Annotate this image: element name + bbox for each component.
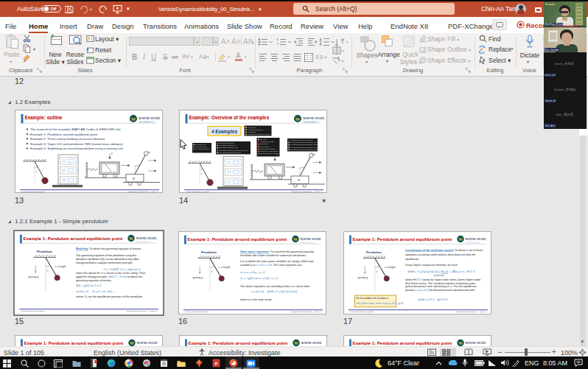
svg-text:ThreeStoreyBuilding: ThreeStoreyBuilding <box>219 142 235 144</box>
svg-text:UNIVERSITY: UNIVERSITY <box>301 242 316 244</box>
svg-text:than linear terms). The Jacob: than linear terms). The Jacobian require… <box>405 282 475 285</box>
svg-text:ℓ = length: ℓ = length <box>55 265 66 268</box>
svg-text:taifL.mat: taifL.mat <box>260 138 267 140</box>
svg-text:Example 1: Pendulum around equ: Example 1: Pendulum around equilibrium p… <box>189 341 288 345</box>
svg-text:W: W <box>129 236 133 241</box>
svg-text:by definition: by definition <box>434 274 444 277</box>
svg-text:Pendulum: Pendulum <box>201 250 217 254</box>
svg-text:ThreeStoreyBuilding: ThreeStoreyBuilding <box>248 129 264 130</box>
svg-text:Vehicle Dynamics for Mobility: Vehicle Dynamics for Mobility <box>350 311 374 313</box>
svg-text:ℓ = length: ℓ = length <box>384 266 396 269</box>
svg-text:Pendulum: Pendulum <box>248 127 255 128</box>
svg-text:gravity g: gravity g <box>192 276 203 279</box>
svg-text:θ: θ <box>201 172 203 175</box>
svg-text:Linearization of the nonlinear: Linearization of the nonlinear system: T… <box>405 249 483 252</box>
svg-text:Vehicle Dynamics for Mobility: Vehicle Dynamics for Mobility <box>21 310 45 312</box>
svg-text:equations assuming small motio: equations assuming small motions (distur… <box>405 253 475 256</box>
svg-text:where, θₒ are the equilibrium: where, θₒ are the equilibrium positions … <box>76 295 143 298</box>
svg-text:Example 1: Pendulum around equ: Example 1: Pendulum around equilibrium p… <box>188 237 287 242</box>
svg-text:P: P <box>214 362 217 366</box>
svg-text:WAYNE STATE: WAYNE STATE <box>301 237 321 241</box>
svg-text:Vehicle Dynamics for Mobility: Vehicle Dynamics for Mobility <box>185 311 209 313</box>
svg-text:absolute coordinate θ(t) can b: absolute coordinate θ(t) can be obtained… <box>76 258 140 261</box>
svg-text:where x is the state vector.: where x is the state vector. <box>240 298 273 301</box>
svg-text:W: W <box>294 341 298 345</box>
svg-text:𝓑f = [∂f₁/∂x₁ ∂f₁/∂x₂; ∂f₂/∂x: 𝓑f = [∂f₁/∂x₁ ∂f₁/∂x₂; ∂f₂/∂x₁ ∂f₂/∂x₂] … <box>357 302 404 305</box>
svg-text:T = ½m(ℓθ̇)², V = −mgℓ cos θ: T = ½m(ℓθ̇)², V = −mgℓ cos θ <box>103 267 141 271</box>
svg-text:The above equations are normal: The above equations are normally written… <box>240 285 310 288</box>
svg-text:WAYNE STATE: WAYNE STATE <box>137 341 158 345</box>
svg-text:Example: Overview of the examp: Example: Overview of the examples <box>189 115 270 121</box>
svg-text:Introduction to SIMULINK — P: Introduction to SIMULINK — Page 13 <box>127 191 158 193</box>
svg-text:WAYNE STATE: WAYNE STATE <box>303 116 325 120</box>
svg-text:WAYNE STATE: WAYNE STATE <box>301 341 322 345</box>
svg-text:State-space equations: To tra: State-space equations: To transform the … <box>240 250 314 253</box>
svg-text:apply the energy principle, d/: apply the energy principle, d/dt (T + V)… <box>76 275 142 278</box>
svg-text:Vehicle Dynamics for Mobility: Vehicle Dynamics for Mobility <box>21 191 46 193</box>
svg-text:sin θₒ = 0, θₒ = 0, ±π, ±2π: sin θₒ = 0, θₒ = 0, ±π, ±2π, ... <box>76 289 116 293</box>
svg-text:WAYNE STATE: WAYNE STATE <box>136 236 157 240</box>
svg-text:gravity g: gravity g <box>357 276 368 279</box>
svg-text:Pendulum: Pendulum <box>366 250 382 254</box>
svg-text:Introduction to SIMULINK — P: Introduction to SIMULINK — Page 17 <box>455 311 486 313</box>
svg-text:W: W <box>131 116 136 122</box>
svg-text:Example 1: Pendulum around equ: Example 1: Pendulum around equilibrium p… <box>353 341 452 345</box>
svg-text:UNIVERSITY: UNIVERSITY <box>466 242 481 244</box>
svg-text:equilibrium.: equilibrium. <box>405 258 419 261</box>
svg-text:W: W <box>293 237 298 242</box>
svg-text:Example 2: Three-storey buildi: Example 2: Three-storey building structu… <box>30 137 105 141</box>
svg-text:Let us define the state-space: Let us define the state-space variables … <box>240 260 314 263</box>
svg-text:F: F <box>111 152 113 155</box>
svg-text:TaipeiTMD.m: TaipeiTMD.m <box>260 146 270 147</box>
svg-text:partial derivatives and substi: partial derivatives and substituting at … <box>405 285 477 288</box>
svg-text:position x₁ = x₂ = 0, the line: position x₁ = x₂ = 0, the linearized sta… <box>405 289 475 292</box>
svg-text:variables) as x₁ = θ, x₂ = θ̇: variables) as x₁ = θ, x₂ = θ̇. The state… <box>240 264 301 267</box>
svg-text:InvertedPendulumMovingCart: InvertedPendulumMovingCart <box>290 139 313 141</box>
svg-text:m: m <box>148 151 150 154</box>
svg-text:θ: θ <box>47 270 49 273</box>
svg-text:Example 1: Pendulum around equ: Example 1: Pendulum around equilibrium p… <box>24 236 123 241</box>
svg-text:WAYNE STATE: WAYNE STATE <box>466 237 486 241</box>
svg-text:ẋ₂ = −(g/ℓ) sin x₁ = f₂(x₁, x: ẋ₂ = −(g/ℓ) sin x₁ = f₂(x₁, x₂, t) <box>239 276 278 280</box>
svg-text:Example 3: Taipei 101 and pend: Example 3: Taipei 101 and pendulum TMD (… <box>30 142 123 146</box>
svg-text:UNIVERSITY: UNIVERSITY <box>304 121 320 124</box>
svg-text:Introduction to SIMULINK — P: Introduction to SIMULINK — Page 16 <box>290 311 321 313</box>
svg-text:Example 1: Pendulum around equ: Example 1: Pendulum around equilibrium p… <box>24 341 124 345</box>
svg-text:TaipeiTMD: TaipeiTMD <box>260 143 268 144</box>
svg-text:The governing equation of the: The governing equation of the pendulum u… <box>76 254 136 257</box>
svg-text:For this problem, the Jacobian: For this problem, the Jacobian is: <box>357 297 389 300</box>
svg-text:UNIVERSITY: UNIVERSITY <box>136 241 152 243</box>
svg-text:Example 1: Pendulum around equ: Example 1: Pendulum around equilibrium p… <box>353 237 452 242</box>
svg-text:dx̃/dt = [ 0 1; −g/ℓ 0 ] x̃: dx̃/dt = [ 0 1; −g/ℓ 0 ] x̃ <box>418 298 449 301</box>
svg-text:Using Taylor's expansion theor: Using Taylor's expansion theorem, we hav… <box>405 264 458 267</box>
svg-text:Introduction to SIMULINK — P: Introduction to SIMULINK — Page 14 <box>291 191 322 193</box>
svg-text:InvertedPendulumMovingCart: InvertedPendulumMovingCart <box>248 133 270 135</box>
svg-text:energy method or angular momen: energy method or angular momentum princi… <box>76 261 133 264</box>
svg-text:WAYNE STATE: WAYNE STATE <box>466 341 486 345</box>
svg-text:Example: outline: Example: outline <box>25 115 63 121</box>
svg-text:Pendulum.mlx: Pendulum.mlx <box>195 144 206 145</box>
svg-text:The material of the example (M: The material of the example (MATLAB Code… <box>30 127 121 131</box>
svg-text:W: W <box>458 341 463 345</box>
svg-text:W: W <box>130 341 134 345</box>
svg-text:Example 1: Pendulum around equ: Example 1: Pendulum around equilibrium p… <box>30 133 98 136</box>
svg-text:θ: θ <box>377 270 378 273</box>
svg-text:of motion into a form suitable: of motion into a form suitable for numer… <box>240 254 307 257</box>
svg-text:where the datum for V is chose: where the datum for V is chosen to be at… <box>76 272 145 275</box>
svg-text:dx/dt = f = [f₁(x,t);f₂(x,t)]: dx/dt = f = [f₁(x,t);f₂(x,t)] = f(xₒ,t) … <box>407 270 475 273</box>
svg-text:Introduction to SIMULINK — P: Introduction to SIMULINK — Page 15 <box>126 310 157 312</box>
svg-text:Example 4: Stabilizing an inve: Example 4: Stabilizing an inverted pendu… <box>30 147 124 150</box>
svg-text:WAYNE STATE: WAYNE STATE <box>139 116 161 120</box>
svg-text:θ: θ <box>36 170 38 173</box>
svg-text:ẋ₁ = x₂ = f₁(x₁, x₂, t): ẋ₁ = x₂ = f₁(x₁, x₂, t) <box>239 270 265 274</box>
svg-text:Vehicle Dynamics for Mobility: Vehicle Dynamics for Mobility <box>186 191 210 193</box>
svg-text:where H.O.T. stands for higher: where H.O.T. stands for higher order ter… <box>405 278 481 281</box>
svg-text:Pendulum: Pendulum <box>37 250 52 253</box>
svg-text:PendulumTMD.SLX: PendulumTMD.SLX <box>260 141 276 142</box>
svg-text:TaipeiTMD: TaipeiTMD <box>248 131 256 133</box>
svg-text:ThreeStoreyBuilding.m: ThreeStoreyBuilding.m <box>219 144 236 146</box>
svg-text:governing equation of motion,: governing equation of motion, <box>76 279 112 282</box>
svg-text:Modeling: To obtain the gover: Modeling: To obtain the governing equati… <box>76 247 141 250</box>
svg-text:ℓ = length: ℓ = length <box>219 266 231 269</box>
svg-text:UNIVERSITY: UNIVERSITY <box>139 121 155 124</box>
